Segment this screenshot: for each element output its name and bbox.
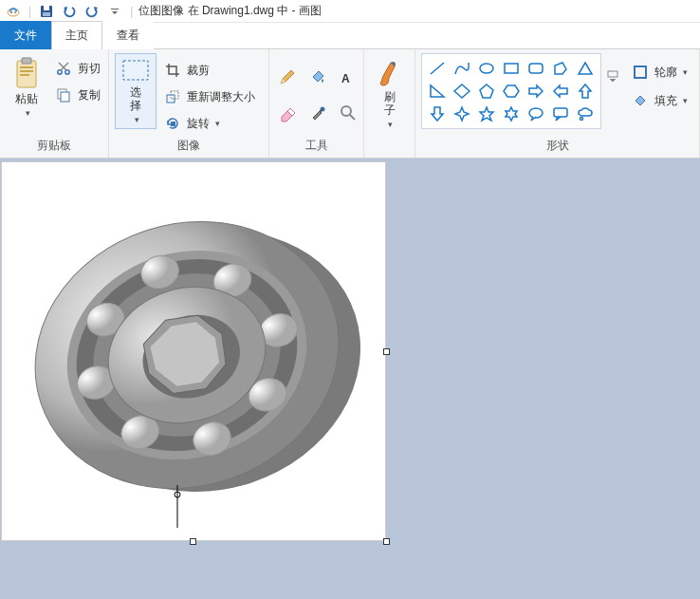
save-icon[interactable] [37,2,56,21]
shape-pentagon[interactable] [475,81,498,102]
resize-handle-bottom[interactable] [190,538,196,545]
paste-button[interactable]: 粘贴 ▾ [6,53,47,122]
ribbon: 粘贴 ▾ 剪切 复制 剪贴板 [0,49,700,159]
titlebar: | | 位图图像 在 Drawing1.dwg 中 - 画图 [0,0,700,23]
svg-point-0 [8,9,19,16]
shape-arrow-left[interactable] [549,81,572,102]
tab-home[interactable]: 主页 [51,21,102,49]
svg-rect-48 [635,66,646,78]
group-tools-label: 工具 [275,136,358,156]
canvas-page[interactable] [2,162,385,540]
text-tool[interactable]: A [338,66,359,87]
select-label: 选 择 [130,86,141,113]
shape-triangle[interactable] [574,58,597,79]
scissors-icon [53,58,74,79]
shape-callout-round[interactable] [525,103,547,124]
shape-right-triangle[interactable] [426,81,449,102]
resize-handle-right[interactable] [383,348,390,355]
copy-icon [53,84,74,105]
svg-rect-5 [43,12,50,16]
shape-callout-rect[interactable] [549,103,572,124]
shape-gallery[interactable] [421,53,601,129]
svg-rect-8 [22,58,31,64]
pencil-tool[interactable] [277,66,298,87]
svg-point-46 [580,118,583,121]
shape-line[interactable] [426,58,449,79]
shape-outline-button[interactable]: 轮廓 ▾ [628,61,690,84]
rotate-icon [162,113,183,134]
chevron-down-icon: ▾ [135,115,139,124]
crop-icon [162,60,183,81]
svg-marker-39 [580,84,591,98]
crop-button[interactable]: 裁剪 [160,59,257,82]
group-clipboard: 粘贴 ▾ 剪切 复制 剪贴板 [0,49,109,158]
brush-button[interactable]: 刷 子 ▾ [370,53,409,133]
group-tools: A 工具 [269,49,364,158]
svg-marker-36 [504,85,519,97]
svg-marker-34 [454,84,470,98]
shape-arrow-right[interactable] [525,81,547,102]
copy-button[interactable]: 复制 [51,84,102,106]
shape-hexagon[interactable] [500,81,523,102]
shape-diamond[interactable] [451,81,473,102]
chevron-down-icon: ▾ [215,119,220,128]
cut-label: 剪切 [78,61,101,77]
shape-rect[interactable] [500,58,523,79]
shape-star6[interactable] [500,103,523,124]
svg-point-28 [480,64,493,73]
shape-arrow-up[interactable] [574,81,597,102]
rotate-label: 旋转 [187,116,210,132]
tab-view[interactable]: 查看 [102,21,154,49]
brush-label: 刷 子 [384,91,396,118]
cut-button[interactable]: 剪切 [51,57,102,80]
shape-roundrect[interactable] [525,58,547,79]
color-picker-tool[interactable] [307,103,328,123]
resize-label: 重新调整大小 [187,89,255,105]
canvas-area[interactable] [0,159,700,599]
group-image-label: 图像 [115,136,263,156]
resize-button[interactable]: 重新调整大小 [160,85,257,108]
group-clipboard-label: 剪贴板 [6,136,102,156]
shape-fill-button[interactable]: 填充 ▾ [628,89,690,112]
shape-arrow-down[interactable] [426,103,449,124]
svg-rect-21 [171,122,175,126]
eraser-tool[interactable] [277,103,298,123]
svg-text:A: A [341,72,350,85]
resize-icon [162,86,183,107]
shape-polygon[interactable] [549,58,572,79]
group-brushes: 刷 子 ▾ [364,49,415,158]
bearing-image [21,170,362,531]
redo-icon[interactable] [83,2,101,21]
group-shapes-label: 形状 [421,136,693,156]
svg-marker-33 [431,85,444,97]
qat-separator: | [28,5,31,18]
svg-rect-45 [554,108,567,117]
svg-marker-42 [480,107,493,121]
svg-line-27 [431,63,444,74]
svg-line-26 [350,115,355,120]
fill-tool[interactable] [307,66,328,87]
qat-customize-dropdown[interactable] [105,2,124,21]
shape-curve[interactable] [451,58,473,79]
crop-label: 裁剪 [187,63,210,79]
select-button[interactable]: 选 择 ▾ [115,53,157,129]
svg-rect-9 [20,66,33,68]
svg-line-24 [320,109,322,112]
shape-oval[interactable] [475,58,498,79]
tab-file[interactable]: 文件 [0,21,51,49]
svg-marker-35 [480,84,493,98]
chevron-down-icon: ▾ [683,67,688,77]
svg-point-25 [341,106,351,116]
magnifier-tool[interactable] [338,103,359,123]
shape-gallery-expand[interactable] [607,70,618,84]
undo-icon[interactable] [60,2,79,21]
resize-handle-corner[interactable] [383,538,390,545]
svg-marker-31 [555,63,566,74]
shape-star4[interactable] [451,103,473,124]
paste-label: 粘贴 [15,93,38,106]
rotate-button[interactable]: 旋转 ▾ [160,112,257,135]
group-shapes: 轮廓 ▾ 填充 ▾ 形状 [415,49,700,158]
svg-point-2 [14,11,16,13]
shape-callout-cloud[interactable] [574,103,597,124]
shape-star5[interactable] [475,103,498,124]
